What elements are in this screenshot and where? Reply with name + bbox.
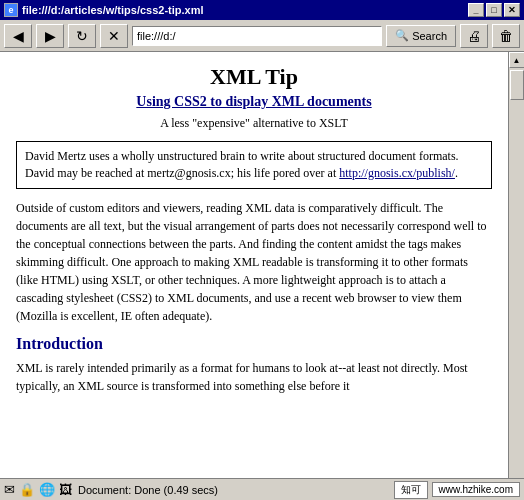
- status-icons: ✉ 🔒 🌐 🖼: [4, 482, 72, 497]
- print-button[interactable]: 🖨: [460, 24, 488, 48]
- trash-button[interactable]: 🗑: [492, 24, 520, 48]
- search-icon: 🔍: [395, 29, 409, 42]
- minimize-button[interactable]: _: [468, 3, 484, 17]
- content-wrapper: XML Tip Using CSS2 to display XML docume…: [0, 52, 524, 478]
- page-title: XML Tip: [16, 64, 492, 90]
- lock-icon: 🔒: [19, 482, 35, 497]
- status-text: Document: Done (0.49 secs): [78, 484, 388, 496]
- scroll-thumb[interactable]: [510, 70, 524, 100]
- author-link[interactable]: http://gnosis.cx/publish/: [339, 166, 455, 180]
- address-bar: 🔍 Search: [132, 25, 456, 47]
- window-controls: _ □ ✕: [468, 3, 520, 17]
- address-input[interactable]: [132, 26, 382, 46]
- envelope-icon: ✉: [4, 482, 15, 497]
- body-paragraph: Outside of custom editors and viewers, r…: [16, 199, 492, 325]
- search-label: Search: [412, 30, 447, 42]
- app-icon: e: [4, 3, 18, 17]
- section1-text: XML is rarely intended primarily as a fo…: [16, 359, 492, 395]
- status-right: 知可 www.hzhike.com: [394, 481, 520, 499]
- page-byline: A less "expensive" alternative to XSLT: [16, 116, 492, 131]
- back-button[interactable]: ◀: [4, 24, 32, 48]
- search-button[interactable]: 🔍 Search: [386, 25, 456, 47]
- badge-zhike: 知可: [394, 481, 428, 499]
- maximize-button[interactable]: □: [486, 3, 502, 17]
- status-bar: ✉ 🔒 🌐 🖼 Document: Done (0.49 secs) 知可 ww…: [0, 478, 524, 500]
- reload-button[interactable]: ↻: [68, 24, 96, 48]
- stop-button[interactable]: ✕: [100, 24, 128, 48]
- forward-button[interactable]: ▶: [36, 24, 64, 48]
- page-content: XML Tip Using CSS2 to display XML docume…: [0, 52, 508, 478]
- section1-heading: Introduction: [16, 335, 492, 353]
- author-box: David Mertz uses a wholly unstructured b…: [16, 141, 492, 189]
- scroll-up-arrow[interactable]: ▲: [509, 52, 525, 68]
- toolbar: ◀ ▶ ↻ ✕ 🔍 Search 🖨 🗑: [0, 20, 524, 52]
- globe-icon: 🌐: [39, 482, 55, 497]
- page-subtitle[interactable]: Using CSS2 to display XML documents: [16, 94, 492, 110]
- badge-hzhike: www.hzhike.com: [432, 482, 520, 497]
- close-button[interactable]: ✕: [504, 3, 520, 17]
- image-icon: 🖼: [59, 482, 72, 497]
- toolbar-right: 🖨 🗑: [460, 24, 520, 48]
- scrollbar[interactable]: ▲: [508, 52, 524, 478]
- title-bar: e file:///d:/articles/w/tips/css2-tip.xm…: [0, 0, 524, 20]
- author-end: .: [455, 166, 458, 180]
- title-text: file:///d:/articles/w/tips/css2-tip.xml: [22, 4, 468, 16]
